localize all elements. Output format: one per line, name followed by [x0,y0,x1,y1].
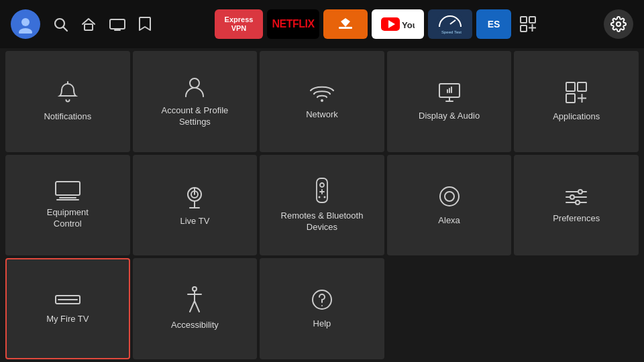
empty-cell-2 [514,258,639,359]
live-tv-label: Live TV [180,216,209,227]
svg-rect-36 [56,182,80,195]
app-downloader[interactable] [323,9,368,39]
grid-item-remotes-bluetooth[interactable]: Remotes & Bluetooth Devices [260,155,384,256]
app-es-file[interactable]: ES [476,9,511,39]
top-bar: ExpressVPN NETFLIX YouTube [0,0,644,48]
applications-label: Applications [553,111,600,123]
antenna-icon [183,184,206,209]
grid-item-preferences[interactable]: Preferences [514,155,639,256]
svg-point-24 [321,99,323,102]
svg-point-48 [318,196,320,198]
home-icon[interactable] [80,16,97,32]
search-icon[interactable] [52,16,68,32]
grid-item-applications[interactable]: Applications [514,51,639,152]
display-audio-label: Display & Audio [419,111,480,122]
tv-control-icon [54,180,81,200]
svg-line-63 [190,301,195,312]
svg-marker-9 [341,18,350,27]
svg-text:Speed Test: Speed Test [441,30,462,34]
grid-item-accessibility[interactable]: Accessibility [133,258,258,359]
svg-rect-8 [339,27,352,29]
empty-cell-1 [387,258,512,359]
svg-rect-5 [110,19,125,29]
app-bar: ExpressVPN NETFLIX YouTube [152,9,604,39]
person-icon [182,74,207,99]
grid-item-display-audio[interactable]: Display & Audio [387,51,512,152]
svg-point-21 [616,22,621,26]
app-youtube[interactable]: YouTube [372,9,424,39]
nav-left [11,9,152,39]
svg-rect-33 [566,94,575,103]
svg-rect-17 [529,17,535,23]
svg-point-0 [21,18,30,26]
display-icon [437,81,462,104]
alexa-label: Alexa [438,215,460,227]
help-label: Help [313,318,331,330]
equipment-control-label: Equipment Control [47,207,89,230]
add-apps-icon[interactable] [515,9,541,39]
grid-item-network[interactable]: Network [260,51,384,152]
remotes-bluetooth-label: Remotes & Bluetooth Devices [281,210,364,233]
app-expressvpn[interactable]: ExpressVPN [215,9,263,39]
wifi-icon [309,82,335,103]
alexa-icon [437,184,462,208]
svg-point-49 [323,196,325,198]
grid-item-help[interactable]: Help [260,258,384,359]
svg-point-57 [576,200,580,204]
svg-point-1 [19,28,32,34]
tv-icon[interactable] [109,17,126,32]
svg-point-23 [190,78,199,88]
svg-line-3 [64,27,68,32]
svg-line-64 [195,301,199,312]
network-label: Network [306,109,338,121]
app-netflix[interactable]: NETFLIX [267,9,319,39]
grid-item-notifications[interactable]: Notifications [5,51,130,152]
svg-rect-32 [578,82,586,91]
settings-button[interactable] [604,9,633,39]
svg-point-50 [440,187,459,206]
svg-text:YouTube: YouTube [402,20,415,30]
grid-item-account-profile[interactable]: Account & Profile Settings [133,51,258,152]
account-profile-label: Account & Profile Settings [162,105,229,128]
grid-item-live-tv[interactable]: Live TV [133,155,258,256]
svg-rect-18 [521,25,527,32]
notifications-label: Notifications [44,111,91,123]
grid-item-alexa[interactable]: Alexa [387,155,512,256]
sliders-icon [564,186,588,206]
accessibility-icon [185,286,204,313]
apps-icon [564,80,588,105]
bell-icon [56,80,80,105]
settings-grid: Notifications Account & Profile Settings… [0,48,644,362]
svg-point-56 [570,195,574,199]
grid-item-equipment-control[interactable]: Equipment Control [5,155,130,256]
avatar[interactable] [11,9,40,39]
help-icon [310,288,334,312]
svg-rect-31 [566,82,575,91]
remote-icon [314,177,330,204]
svg-rect-4 [85,24,93,30]
firetv-icon [54,292,81,307]
svg-point-51 [445,192,454,201]
bookmark-icon[interactable] [138,16,152,32]
svg-point-55 [578,190,582,194]
my-fire-tv-label: My Fire TV [46,314,89,325]
nav-right [604,9,633,39]
accessibility-label: Accessibility [171,320,219,331]
app-internet-speed[interactable]: Speed Test [428,9,472,39]
svg-rect-16 [521,17,527,23]
preferences-label: Preferences [553,213,600,225]
svg-point-45 [320,183,324,187]
svg-point-66 [321,305,323,306]
grid-item-my-fire-tv[interactable]: My Fire TV [5,258,130,359]
